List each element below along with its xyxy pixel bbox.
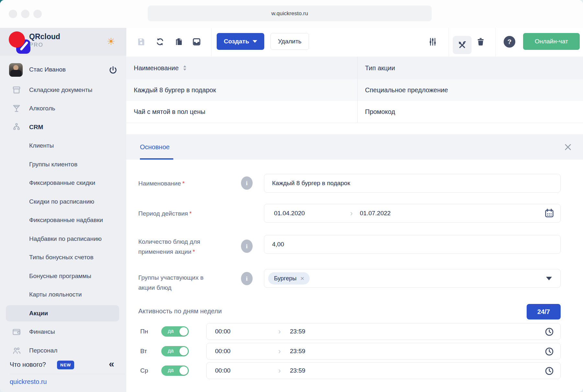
sidebar-item-crm[interactable]: CRM xyxy=(0,118,126,137)
day-toggle-on[interactable]: да xyxy=(161,365,189,376)
dropdown-caret-icon[interactable] xyxy=(546,277,552,280)
sidebar-item-alcohol[interactable]: Алкоголь xyxy=(0,99,126,118)
help-button[interactable]: ? xyxy=(504,36,515,48)
sidebar-item-loyalty-cards[interactable]: Карты лояльности xyxy=(0,286,126,304)
delete-button-label: Удалить xyxy=(278,38,302,45)
table-row[interactable]: Чай с мятой в пол цены Промокод xyxy=(126,101,583,123)
wallet-icon xyxy=(12,327,29,337)
desktop-background: w.quickresto.ru QRcloud PRO ☀ Стас Ивано… xyxy=(0,0,583,392)
archive-box-icon xyxy=(12,85,29,95)
tab-main[interactable]: Основное xyxy=(140,134,170,160)
time-to-value: 23:59 xyxy=(281,348,305,355)
window-close-button[interactable] xyxy=(9,10,17,18)
window-minimize-button[interactable] xyxy=(21,10,29,18)
sidebar-item-scheduled-discounts[interactable]: Скидки по расписанию xyxy=(0,192,126,211)
quantity-input[interactable]: 4,00 xyxy=(264,235,561,254)
period-to-value: 01.07.2022 xyxy=(353,210,391,217)
avatar[interactable] xyxy=(9,63,23,77)
day-toggle-on[interactable]: да xyxy=(161,326,189,337)
clock-icon[interactable] xyxy=(544,327,554,337)
trash-icon[interactable] xyxy=(476,37,486,47)
browser-chrome: w.quickresto.ru xyxy=(0,0,583,28)
sort-icon[interactable] xyxy=(183,65,187,71)
sidebar-item-finance[interactable]: Финансы xyxy=(0,323,126,342)
sidebar-item-client-groups[interactable]: Группы клиентов xyxy=(0,155,126,174)
clock-icon[interactable] xyxy=(544,346,554,357)
info-icon[interactable]: i xyxy=(241,240,253,253)
sidebar-item-label: Фиксированные скидки xyxy=(29,179,95,186)
sidebar-item-label: Клиенты xyxy=(29,142,54,149)
name-input-value: Каждый 8 бургер в подарок xyxy=(264,180,350,187)
theme-brightness-icon[interactable]: ☀ xyxy=(106,36,117,47)
martini-glass-icon xyxy=(12,104,29,113)
url-bar[interactable]: w.quickresto.ru xyxy=(148,6,432,21)
delete-button[interactable]: Удалить xyxy=(270,33,309,50)
url-text: w.quickresto.ru xyxy=(271,10,308,17)
filter-sliders-icon[interactable] xyxy=(428,37,438,47)
close-panel-icon[interactable] xyxy=(564,143,572,151)
chevron-down-icon xyxy=(253,40,257,43)
sidebar-item-fixed-surcharges[interactable]: Фиксированные надбавки xyxy=(0,211,126,230)
period-input[interactable]: 01.04.2020 › 01.07.2022 xyxy=(264,204,561,223)
row-type: Промокод xyxy=(365,101,395,123)
remove-chip-icon[interactable]: × xyxy=(300,274,304,282)
time-range-field[interactable]: 00:00 › 23:59 xyxy=(206,343,561,360)
sidebar-item-staff[interactable]: Персонал xyxy=(0,341,126,360)
online-chat-label: Онлайн-чат xyxy=(535,38,568,45)
table-row[interactable]: Каждый 8 бургер в подарок Специальное пр… xyxy=(126,79,583,101)
always-24-7-button[interactable]: 24/7 xyxy=(527,304,561,319)
range-chevron-icon: › xyxy=(278,328,281,335)
toggle-knob xyxy=(179,347,188,355)
logout-power-icon[interactable] xyxy=(108,65,118,75)
toggle-knob xyxy=(179,327,188,336)
quickresto-site-link[interactable]: quickresto.ru xyxy=(10,378,47,386)
create-button[interactable]: Создать xyxy=(217,33,264,50)
sidebar-item-promotions-selected[interactable]: Акции xyxy=(6,305,119,321)
sidebar-item-fixed-discounts[interactable]: Фиксированные скидки xyxy=(0,174,126,193)
clock-icon[interactable] xyxy=(544,366,554,376)
sidebar-nav: Складские документы Алкоголь CRM xyxy=(0,81,126,360)
window-zoom-button[interactable] xyxy=(33,10,42,18)
tray-icon[interactable] xyxy=(192,37,201,47)
info-icon[interactable]: i xyxy=(241,176,253,190)
tab-active-underline xyxy=(140,158,173,160)
day-label: Ср xyxy=(140,367,148,374)
info-icon[interactable]: i xyxy=(241,272,253,285)
tools-button-active[interactable] xyxy=(453,36,472,54)
name-input[interactable]: Каждый 8 бургер в подарок xyxy=(264,174,561,193)
range-chevron-icon: › xyxy=(350,209,353,217)
calendar-icon[interactable] xyxy=(544,208,554,218)
row-name: Каждый 8 бургер в подарок xyxy=(134,79,216,101)
required-asterisk: * xyxy=(189,210,191,217)
activity-section-label: Активность по дням недели xyxy=(138,308,222,315)
online-chat-button[interactable]: Онлайн-чат xyxy=(523,33,580,50)
time-from-value: 00:00 xyxy=(207,367,278,374)
sidebar-item-label: Алкоголь xyxy=(29,105,55,112)
sidebar-item-label: Карты лояльности xyxy=(29,291,82,298)
whats-new-link[interactable]: Что нового? xyxy=(10,361,46,368)
collapse-sidebar-icon[interactable]: « xyxy=(109,358,114,369)
refresh-icon[interactable] xyxy=(155,37,165,47)
sidebar-item-scheduled-surcharges[interactable]: Надбавки по расписанию xyxy=(0,230,126,248)
column-header-type[interactable]: Тип акции xyxy=(365,57,395,79)
sidebar-item-bonus-account-types[interactable]: Типы бонусных счетов xyxy=(0,248,126,267)
time-from-value: 00:00 xyxy=(207,348,278,355)
toggle-state-label: да xyxy=(168,348,174,354)
quantity-field-label: Количество блюд для применения акции* xyxy=(138,238,200,258)
group-chip-label: Бургеры xyxy=(274,275,296,282)
question-mark-icon: ? xyxy=(508,38,512,46)
sidebar-item-clients[interactable]: Клиенты xyxy=(0,137,126,155)
time-range-field[interactable]: 00:00 › 23:59 xyxy=(206,362,561,379)
column-header-name[interactable]: Наименование xyxy=(134,57,187,79)
sidebar-item-bonus-programs[interactable]: Бонусные программы xyxy=(0,267,126,286)
sidebar-item-label: Группы клиентов xyxy=(29,161,77,168)
groups-multiselect[interactable]: Бургеры × xyxy=(264,269,561,288)
sidebar-item-warehouse-docs[interactable]: Складские документы xyxy=(0,81,126,99)
copy-icon[interactable] xyxy=(174,37,184,47)
time-range-field[interactable]: 00:00 › 23:59 xyxy=(206,323,561,340)
required-asterisk: * xyxy=(182,180,185,187)
whats-new-row: Что нового? NEW « xyxy=(0,359,126,372)
toolbar-divider xyxy=(495,28,496,57)
day-toggle-on[interactable]: да xyxy=(161,346,189,356)
quantity-input-value: 4,00 xyxy=(264,241,284,248)
